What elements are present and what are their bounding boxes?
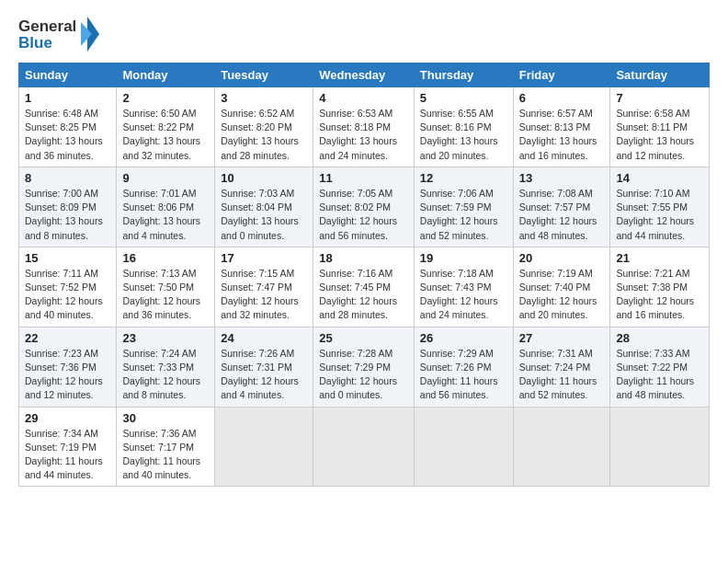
calendar-cell: 3Sunrise: 6:52 AMSunset: 8:20 PMDaylight… [215,87,313,167]
day-number: 16 [122,251,209,265]
day-number: 7 [616,91,703,105]
day-number: 29 [25,411,110,425]
calendar-cell: 28Sunrise: 7:33 AMSunset: 7:22 PMDayligh… [610,327,710,407]
svg-text:General: General [18,17,76,35]
day-number: 4 [319,91,408,105]
day-number: 28 [616,331,703,345]
logo: GeneralBlue [18,15,101,53]
day-detail: Sunrise: 6:48 AMSunset: 8:25 PMDaylight:… [25,108,103,161]
day-detail: Sunrise: 7:03 AMSunset: 8:04 PMDaylight:… [221,188,299,241]
calendar-table: SundayMondayTuesdayWednesdayThursdayFrid… [18,63,710,487]
day-number: 6 [519,91,605,105]
day-detail: Sunrise: 6:50 AMSunset: 8:22 PMDaylight:… [122,108,200,161]
day-number: 10 [221,171,307,185]
calendar-cell: 30Sunrise: 7:36 AMSunset: 7:17 PMDayligh… [117,407,215,487]
day-number: 1 [25,91,110,105]
day-number: 11 [319,171,408,185]
day-number: 20 [519,251,605,265]
day-number: 3 [221,91,307,105]
calendar-cell: 21Sunrise: 7:21 AMSunset: 7:38 PMDayligh… [610,247,710,327]
day-number: 24 [221,331,307,345]
calendar-cell: 8Sunrise: 7:00 AMSunset: 8:09 PMDaylight… [19,167,117,247]
day-number: 14 [616,171,703,185]
calendar-cell [610,407,710,487]
day-detail: Sunrise: 6:53 AMSunset: 8:18 PMDaylight:… [319,108,397,161]
calendar-cell: 23Sunrise: 7:24 AMSunset: 7:33 PMDayligh… [117,327,215,407]
day-detail: Sunrise: 7:08 AMSunset: 7:57 PMDaylight:… [519,188,597,241]
svg-text:Blue: Blue [18,34,52,52]
calendar-cell: 9Sunrise: 7:01 AMSunset: 8:06 PMDaylight… [117,167,215,247]
day-detail: Sunrise: 7:26 AMSunset: 7:31 PMDaylight:… [221,348,299,401]
day-detail: Sunrise: 7:05 AMSunset: 8:02 PMDaylight:… [319,188,397,241]
day-number: 19 [420,251,507,265]
day-detail: Sunrise: 7:23 AMSunset: 7:36 PMDaylight:… [25,348,103,401]
calendar-cell: 18Sunrise: 7:16 AMSunset: 7:45 PMDayligh… [313,247,415,327]
calendar-cell: 29Sunrise: 7:34 AMSunset: 7:19 PMDayligh… [19,407,117,487]
day-number: 17 [221,251,307,265]
week-row-2: 8Sunrise: 7:00 AMSunset: 8:09 PMDaylight… [19,167,710,247]
calendar-cell [513,407,610,487]
week-row-5: 29Sunrise: 7:34 AMSunset: 7:19 PMDayligh… [19,407,710,487]
calendar-cell: 19Sunrise: 7:18 AMSunset: 7:43 PMDayligh… [414,247,513,327]
calendar-cell: 15Sunrise: 7:11 AMSunset: 7:52 PMDayligh… [19,247,117,327]
day-number: 15 [25,251,110,265]
day-detail: Sunrise: 6:55 AMSunset: 8:16 PMDaylight:… [420,108,498,161]
day-detail: Sunrise: 6:58 AMSunset: 8:11 PMDaylight:… [616,108,694,161]
calendar-cell: 26Sunrise: 7:29 AMSunset: 7:26 PMDayligh… [414,327,513,407]
day-detail: Sunrise: 7:29 AMSunset: 7:26 PMDaylight:… [420,348,498,401]
calendar-cell: 4Sunrise: 6:53 AMSunset: 8:18 PMDaylight… [313,87,415,167]
day-number: 9 [122,171,209,185]
calendar-cell: 22Sunrise: 7:23 AMSunset: 7:36 PMDayligh… [19,327,117,407]
calendar-cell: 16Sunrise: 7:13 AMSunset: 7:50 PMDayligh… [117,247,215,327]
day-number: 21 [616,251,703,265]
day-number: 18 [319,251,408,265]
day-number: 23 [122,331,209,345]
day-detail: Sunrise: 7:11 AMSunset: 7:52 PMDaylight:… [25,268,103,321]
day-detail: Sunrise: 7:10 AMSunset: 7:55 PMDaylight:… [616,188,694,241]
weekday-thursday: Thursday [414,63,513,87]
day-detail: Sunrise: 7:31 AMSunset: 7:24 PMDaylight:… [519,348,597,401]
logo-svg: GeneralBlue [18,15,101,53]
day-detail: Sunrise: 7:15 AMSunset: 7:47 PMDaylight:… [221,268,299,321]
page: GeneralBlue SundayMondayTuesdayWednesday… [0,0,728,496]
day-detail: Sunrise: 7:34 AMSunset: 7:19 PMDaylight:… [25,428,103,481]
day-number: 22 [25,331,110,345]
day-detail: Sunrise: 7:19 AMSunset: 7:40 PMDaylight:… [519,268,597,321]
calendar-cell: 13Sunrise: 7:08 AMSunset: 7:57 PMDayligh… [513,167,610,247]
calendar-cell: 12Sunrise: 7:06 AMSunset: 7:59 PMDayligh… [414,167,513,247]
calendar-cell: 6Sunrise: 6:57 AMSunset: 8:13 PMDaylight… [513,87,610,167]
weekday-friday: Friday [513,63,610,87]
calendar-cell: 11Sunrise: 7:05 AMSunset: 8:02 PMDayligh… [313,167,415,247]
weekday-wednesday: Wednesday [313,63,415,87]
calendar-cell: 25Sunrise: 7:28 AMSunset: 7:29 PMDayligh… [313,327,415,407]
week-row-3: 15Sunrise: 7:11 AMSunset: 7:52 PMDayligh… [19,247,710,327]
calendar-cell: 17Sunrise: 7:15 AMSunset: 7:47 PMDayligh… [215,247,313,327]
day-number: 8 [25,171,110,185]
day-detail: Sunrise: 7:16 AMSunset: 7:45 PMDaylight:… [319,268,397,321]
day-detail: Sunrise: 7:18 AMSunset: 7:43 PMDaylight:… [420,268,498,321]
calendar-cell: 14Sunrise: 7:10 AMSunset: 7:55 PMDayligh… [610,167,710,247]
weekday-tuesday: Tuesday [215,63,313,87]
day-detail: Sunrise: 7:28 AMSunset: 7:29 PMDaylight:… [319,348,397,401]
day-detail: Sunrise: 7:21 AMSunset: 7:38 PMDaylight:… [616,268,694,321]
week-row-4: 22Sunrise: 7:23 AMSunset: 7:36 PMDayligh… [19,327,710,407]
week-row-1: 1Sunrise: 6:48 AMSunset: 8:25 PMDaylight… [19,87,710,167]
day-number: 26 [420,331,507,345]
day-detail: Sunrise: 6:57 AMSunset: 8:13 PMDaylight:… [519,108,597,161]
day-detail: Sunrise: 6:52 AMSunset: 8:20 PMDaylight:… [221,108,299,161]
day-number: 2 [122,91,209,105]
day-detail: Sunrise: 7:36 AMSunset: 7:17 PMDaylight:… [122,428,200,481]
day-number: 30 [122,411,209,425]
day-detail: Sunrise: 7:13 AMSunset: 7:50 PMDaylight:… [122,268,200,321]
day-detail: Sunrise: 7:00 AMSunset: 8:09 PMDaylight:… [25,188,103,241]
calendar-cell [215,407,313,487]
header: GeneralBlue [18,15,710,53]
day-number: 25 [319,331,408,345]
calendar-cell: 27Sunrise: 7:31 AMSunset: 7:24 PMDayligh… [513,327,610,407]
calendar-cell: 24Sunrise: 7:26 AMSunset: 7:31 PMDayligh… [215,327,313,407]
calendar-cell: 1Sunrise: 6:48 AMSunset: 8:25 PMDaylight… [19,87,117,167]
weekday-saturday: Saturday [610,63,710,87]
calendar-cell: 10Sunrise: 7:03 AMSunset: 8:04 PMDayligh… [215,167,313,247]
weekday-header-row: SundayMondayTuesdayWednesdayThursdayFrid… [19,63,710,87]
calendar-cell: 2Sunrise: 6:50 AMSunset: 8:22 PMDaylight… [117,87,215,167]
